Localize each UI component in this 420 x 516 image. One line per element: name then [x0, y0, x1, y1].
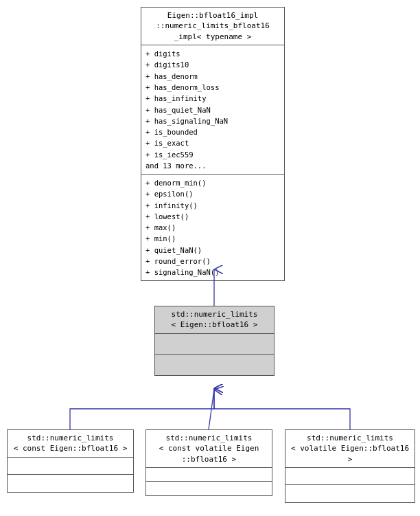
class-eigen-impl-title: Eigen::bfloat16_impl::numeric_limits_bfl…: [141, 8, 284, 45]
class-std-methods: [155, 355, 274, 375]
class-title-text: Eigen::bfloat16_impl::numeric_limits_bfl…: [145, 10, 280, 42]
std-volatile-title-text: std::numeric_limits< volatile Eigen::bfl…: [290, 433, 410, 464]
diagram-container: Eigen::bfloat16_impl::numeric_limits_bfl…: [0, 0, 420, 516]
class-std-title: std::numeric_limits< Eigen::bfloat16 >: [155, 306, 274, 334]
class-std-const-volatile-title: std::numeric_limits< const volatile Eige…: [146, 430, 272, 468]
std-title-text: std::numeric_limits< Eigen::bfloat16 >: [159, 309, 270, 330]
class-std-numeric-limits: std::numeric_limits< Eigen::bfloat16 >: [154, 306, 275, 376]
arrow-volatile-to-std: [214, 388, 350, 429]
class-std-const-volatile: std::numeric_limits< const volatile Eige…: [145, 429, 272, 496]
arrow-const-volatile-to-std: [209, 390, 214, 429]
class-std-const-volatile-attributes: [146, 468, 272, 482]
class-eigen-impl-methods: + denorm_min() + epsilon() + infinity() …: [141, 175, 284, 280]
attributes-body: + digits + digits10 + has_denorm + has_d…: [145, 48, 280, 171]
class-std-volatile-attributes: [285, 468, 415, 485]
class-eigen-impl-attributes: + digits + digits10 + has_denorm + has_d…: [141, 45, 284, 175]
methods-body: + denorm_min() + epsilon() + infinity() …: [145, 177, 280, 278]
class-std-volatile-methods: [285, 485, 415, 502]
class-std-const-methods: [8, 475, 133, 492]
std-const-title-text: std::numeric_limits< const Eigen::bfloat…: [12, 433, 129, 454]
class-std-attributes: [155, 334, 274, 355]
class-std-const-title: std::numeric_limits< const Eigen::bfloat…: [8, 430, 133, 458]
class-eigen-impl: Eigen::bfloat16_impl::numeric_limits_bfl…: [141, 7, 285, 281]
class-std-volatile: std::numeric_limits< volatile Eigen::bfl…: [285, 429, 415, 503]
class-std-const-volatile-methods: [146, 482, 272, 495]
class-std-const: std::numeric_limits< const Eigen::bfloat…: [7, 429, 134, 493]
class-std-volatile-title: std::numeric_limits< volatile Eigen::bfl…: [285, 430, 415, 468]
arrow-const-to-std: [70, 388, 214, 429]
class-std-const-attributes: [8, 458, 133, 475]
std-const-volatile-title-text: std::numeric_limits< const volatile Eige…: [150, 433, 268, 464]
